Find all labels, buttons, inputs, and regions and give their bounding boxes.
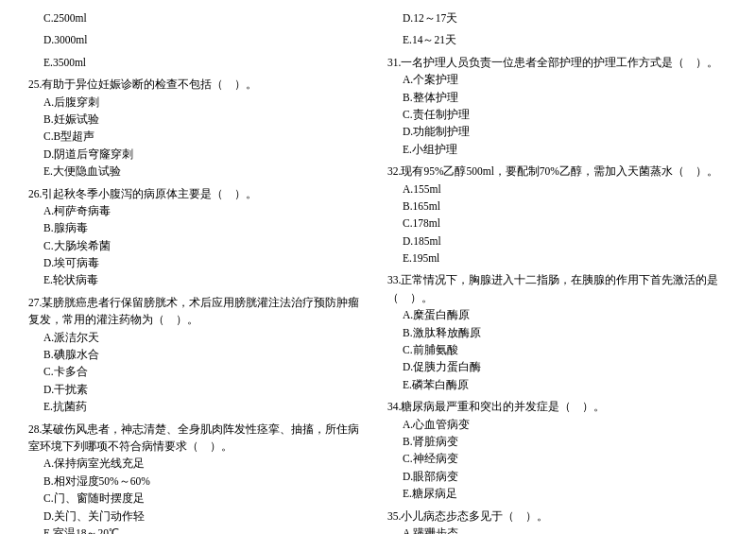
q33-opt-c: C.前脯氨酸 [387,341,728,358]
main-columns: C.2500ml D.3000ml E.3500ml 25.有助于异位妊娠诊断的… [28,9,728,534]
q33-opt-e: E.磷苯白酶原 [387,376,728,393]
option-d-12-17: D.12～17天 [387,9,728,26]
q34-opt-b: B.肾脏病变 [387,433,728,450]
q25-opt-b: B.妊娠试验 [28,111,369,128]
page-content: C.2500ml D.3000ml E.3500ml 25.有助于异位妊娠诊断的… [28,9,728,534]
question-31-text: 31.一名护理人员负责一位患者全部护理的护理工作方式是（ ）。 [387,54,728,71]
option-text: D.12～17天 [387,9,728,26]
option-e-14-21: E.14～21天 [387,31,728,48]
q32-opt-b: B.165ml [387,198,728,215]
q27-opt-b: B.碘腺水合 [28,346,369,363]
right-column: D.12～17天 E.14～21天 31.一名护理人员负责一位患者全部护理的护理… [387,9,728,534]
option-text: C.2500ml [28,9,369,26]
q31-opt-d: D.功能制护理 [387,123,728,140]
question-31: 31.一名护理人员负责一位患者全部护理的护理工作方式是（ ）。 A.个案护理 B… [387,54,728,158]
question-35-text: 35.小儿病态步态多见于（ ）。 [387,508,728,525]
option-c-2500: C.2500ml [28,9,369,26]
q27-opt-c: C.卡多合 [28,363,369,380]
q25-opt-e: E.大便隐血试验 [28,163,369,180]
option-e-3500: E.3500ml [28,54,369,71]
q32-opt-d: D.185ml [387,233,728,250]
question-27-text: 27.某膀胱癌患者行保留膀胱术，术后应用膀胱灌注法治疗预防肿瘤复发，常用的灌注药… [28,294,369,329]
question-35: 35.小儿病态步态多见于（ ）。 A.蹒跚步态 B.觉走步态 C.跨阔步态 D.… [387,508,728,534]
q28-opt-e: E.室温18～20℃ [28,525,369,534]
q33-opt-d: D.促胰力蛋白酶 [387,358,728,375]
q32-opt-a: A.155ml [387,181,728,198]
q34-opt-e: E.糖尿病足 [387,485,728,502]
q26-opt-a: A.柯萨奇病毒 [28,202,369,219]
question-25-text: 25.有助于异位妊娠诊断的检查不包括（ ）。 [28,76,369,93]
q34-opt-c: C.神经病变 [387,450,728,467]
question-32: 32.现有95%乙醇500ml，要配制70%乙醇，需加入天菌蒸水（ ）。 A.1… [387,163,728,267]
question-32-text: 32.现有95%乙醇500ml，要配制70%乙醇，需加入天菌蒸水（ ）。 [387,163,728,180]
question-33-text: 33.正常情况下，胸腺进入十二指肠，在胰腺的作用下首先激活的是（ ）。 [387,271,728,306]
q26-opt-d: D.埃可病毒 [28,254,369,271]
q28-opt-b: B.相对湿度50%～60% [28,473,369,490]
q25-opt-a: A.后腹穿刺 [28,94,369,111]
q35-opt-a: A.蹒跚步态 [387,525,728,534]
question-26: 26.引起秋冬季小腹泻的病原体主要是（ ）。 A.柯萨奇病毒 B.腺病毒 C.大… [28,185,369,289]
option-text: E.3500ml [28,54,369,71]
q27-opt-d: D.干扰素 [28,381,369,398]
q31-opt-b: B.整体护理 [387,89,728,106]
q28-opt-d: D.关门、关门动作轻 [28,508,369,525]
q33-opt-b: B.激肽释放酶原 [387,324,728,341]
q28-opt-a: A.保持病室光线充足 [28,455,369,472]
question-28-text: 28.某破伤风患者，神志清楚、全身肌肉阵发性痉挛、抽搐，所住病室环境下列哪项不符… [28,421,369,456]
q33-opt-a: A.糜蛋白酶原 [387,306,728,323]
q25-opt-d: D.阴道后穹窿穿刺 [28,146,369,163]
question-25: 25.有助于异位妊娠诊断的检查不包括（ ）。 A.后腹穿刺 B.妊娠试验 C.B… [28,76,369,180]
q31-opt-e: E.小组护理 [387,141,728,158]
q27-opt-e: E.抗菌药 [28,398,369,415]
option-text: E.14～21天 [387,31,728,48]
q31-opt-a: A.个案护理 [387,71,728,88]
option-text: D.3000ml [28,31,369,48]
q26-opt-b: B.腺病毒 [28,219,369,236]
question-34-text: 34.糖尿病最严重和突出的并发症是（ ）。 [387,398,728,415]
question-33: 33.正常情况下，胸腺进入十二指肠，在胰腺的作用下首先激活的是（ ）。 A.糜蛋… [387,271,728,393]
q25-opt-c: C.B型超声 [28,128,369,145]
option-d-3000: D.3000ml [28,31,369,48]
q31-opt-c: C.责任制护理 [387,106,728,123]
q32-opt-e: E.195ml [387,250,728,267]
left-column: C.2500ml D.3000ml E.3500ml 25.有助于异位妊娠诊断的… [28,9,369,534]
q26-opt-e: E.轮状病毒 [28,271,369,288]
q32-opt-c: C.178ml [387,215,728,232]
question-26-text: 26.引起秋冬季小腹泻的病原体主要是（ ）。 [28,185,369,202]
question-34: 34.糖尿病最严重和突出的并发症是（ ）。 A.心血管病变 B.肾脏病变 C.神… [387,398,728,502]
q26-opt-c: C.大肠埃希菌 [28,237,369,254]
q27-opt-a: A.派洁尔天 [28,329,369,346]
q34-opt-a: A.心血管病变 [387,416,728,433]
q34-opt-d: D.眼部病变 [387,468,728,485]
q28-opt-c: C.门、窗随时摆度足 [28,490,369,507]
question-28: 28.某破伤风患者，神志清楚、全身肌肉阵发性痉挛、抽搐，所住病室环境下列哪项不符… [28,421,369,534]
question-27: 27.某膀胱癌患者行保留膀胱术，术后应用膀胱灌注法治疗预防肿瘤复发，常用的灌注药… [28,294,369,416]
